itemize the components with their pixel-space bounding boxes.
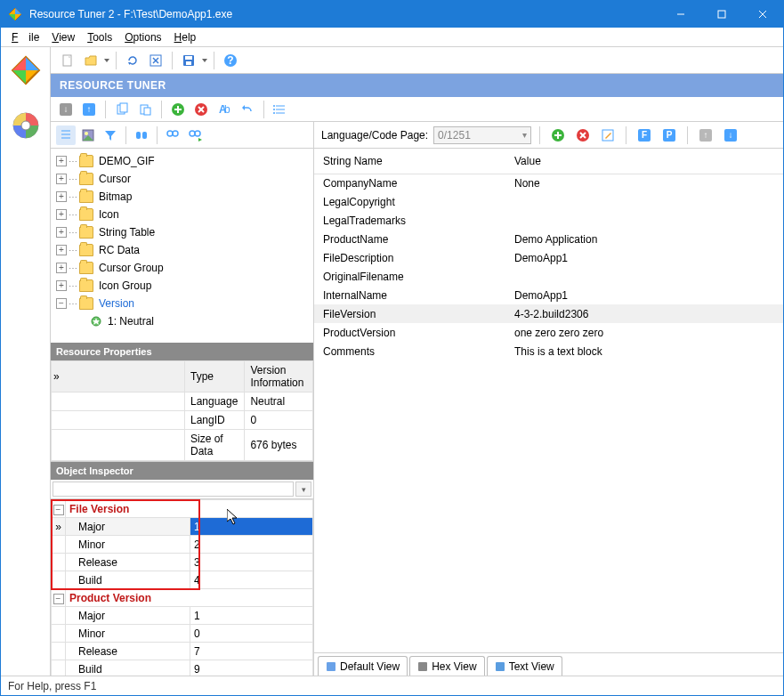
arrow-up-icon[interactable]: ↑ bbox=[79, 100, 99, 119]
prop-row[interactable]: Size of Data676 bytes bbox=[52, 430, 313, 461]
menu-help[interactable]: Help bbox=[169, 29, 202, 45]
add-row-icon[interactable] bbox=[548, 125, 568, 145]
expand-icon[interactable]: + bbox=[56, 191, 67, 202]
tree-item-string-table[interactable]: +⋯String Table bbox=[53, 223, 311, 241]
undo-icon[interactable] bbox=[238, 100, 257, 119]
string-row[interactable]: ProductNameDemo Application bbox=[314, 230, 783, 248]
tab-text-view[interactable]: Text View bbox=[487, 656, 562, 676]
oi-row[interactable]: Release3 bbox=[52, 554, 313, 571]
tree-item-demo_gif[interactable]: +⋯DEMO_GIF bbox=[53, 152, 311, 170]
list-icon[interactable] bbox=[271, 100, 290, 119]
oi-row[interactable]: Build4 bbox=[52, 571, 313, 589]
expand-icon[interactable]: + bbox=[56, 156, 67, 166]
flag-p-icon[interactable]: P bbox=[659, 125, 679, 145]
prop-row[interactable]: LangID0 bbox=[52, 411, 313, 430]
refresh-icon[interactable] bbox=[123, 51, 142, 70]
prop-row[interactable]: LanguageNeutral bbox=[52, 393, 313, 411]
collapse-icon[interactable]: − bbox=[53, 505, 64, 515]
rename-icon[interactable]: Ab bbox=[214, 100, 234, 119]
expand-icon[interactable]: + bbox=[56, 227, 67, 238]
tree-item-cursor-group[interactable]: +⋯Cursor Group bbox=[53, 259, 311, 277]
tree-leaf[interactable]: 1: Neutral bbox=[53, 312, 311, 330]
menu-file[interactable]: File bbox=[6, 29, 44, 45]
col-stringname[interactable]: String Name bbox=[314, 149, 505, 174]
copy-icon[interactable] bbox=[112, 100, 132, 119]
collapse-icon[interactable]: − bbox=[53, 594, 64, 604]
string-row[interactable]: InternalNameDemoApp1 bbox=[314, 286, 783, 304]
minimize-button[interactable] bbox=[660, 1, 701, 28]
tab-hex-view[interactable]: Hex View bbox=[409, 656, 484, 676]
expand-icon[interactable]: + bbox=[56, 174, 67, 184]
menu-view[interactable]: View bbox=[46, 29, 80, 45]
expand-icon[interactable]: − bbox=[56, 298, 67, 309]
close-file-icon[interactable] bbox=[146, 51, 166, 70]
expand-icon[interactable]: + bbox=[56, 280, 67, 291]
resource-tree[interactable]: +⋯DEMO_GIF+⋯Cursor+⋯Bitmap+⋯Icon+⋯String… bbox=[51, 149, 313, 343]
langcode-combo[interactable]: 0/1251 bbox=[433, 126, 531, 144]
new-file-icon[interactable] bbox=[58, 51, 77, 70]
arrow-down-icon[interactable]: ↓ bbox=[56, 100, 76, 119]
dropdown-arrow-icon[interactable] bbox=[104, 53, 109, 68]
tab-default-view[interactable]: Default View bbox=[318, 656, 408, 676]
tree-toolbar bbox=[51, 122, 313, 149]
folder-icon bbox=[79, 190, 93, 203]
save-dropdown-icon[interactable] bbox=[202, 53, 207, 68]
oi-row[interactable]: Minor2 bbox=[52, 536, 313, 554]
menubar: File View Tools Options Help bbox=[1, 28, 783, 47]
oi-row[interactable]: Build9 bbox=[52, 660, 313, 676]
moveup-icon[interactable]: ↑ bbox=[696, 125, 715, 145]
string-row[interactable]: CompanyNameNone bbox=[314, 174, 783, 192]
open-folder-icon[interactable] bbox=[81, 51, 101, 70]
expand-icon[interactable]: + bbox=[56, 209, 67, 220]
tree-item-version[interactable]: −⋯Version bbox=[53, 295, 311, 312]
string-row[interactable]: LegalTrademarks bbox=[314, 211, 783, 230]
string-row[interactable]: FileVersion4-3-2.build2306 bbox=[314, 304, 783, 323]
oi-row[interactable]: »Major1 bbox=[52, 518, 313, 536]
string-table[interactable]: String NameValue CompanyNameNoneLegalCop… bbox=[314, 149, 783, 652]
tree-item-cursor[interactable]: +⋯Cursor bbox=[53, 170, 311, 188]
folder-icon bbox=[79, 244, 93, 256]
maximize-button[interactable] bbox=[701, 1, 742, 28]
paste-icon[interactable] bbox=[135, 100, 155, 119]
oi-row[interactable]: Major1 bbox=[52, 607, 313, 625]
add-icon[interactable] bbox=[168, 100, 188, 119]
toggle-icon[interactable] bbox=[132, 125, 151, 145]
expand-icon[interactable]: + bbox=[56, 245, 67, 255]
help-icon[interactable]: ? bbox=[221, 51, 240, 70]
resource-wheel-icon[interactable] bbox=[8, 108, 44, 143]
string-row[interactable]: CommentsThis is a text block bbox=[314, 342, 783, 360]
delete-row-icon[interactable] bbox=[573, 125, 593, 145]
flag-f-icon[interactable]: F bbox=[634, 125, 654, 145]
prop-row[interactable]: »TypeVersion Information bbox=[52, 361, 313, 393]
object-inspector-search[interactable] bbox=[53, 482, 294, 497]
object-inspector-dropdown[interactable]: ▾ bbox=[295, 482, 311, 497]
string-row[interactable]: FileDescriptionDemoApp1 bbox=[314, 248, 783, 267]
tree-view-icon[interactable] bbox=[56, 125, 76, 145]
string-row[interactable]: ProductVersionone zero zero zero bbox=[314, 323, 783, 342]
tree-item-bitmap[interactable]: +⋯Bitmap bbox=[53, 188, 311, 206]
col-value[interactable]: Value bbox=[505, 149, 783, 174]
filter-icon[interactable] bbox=[101, 125, 120, 145]
movedown-icon[interactable]: ↓ bbox=[721, 125, 740, 145]
menu-options[interactable]: Options bbox=[119, 29, 166, 45]
save-icon[interactable] bbox=[179, 51, 198, 70]
tree-item-icon[interactable]: +⋯Icon bbox=[53, 206, 311, 223]
find-icon[interactable] bbox=[163, 125, 182, 145]
oi-row[interactable]: Minor0 bbox=[52, 625, 313, 643]
edit-row-icon[interactable] bbox=[598, 125, 618, 145]
menu-tools[interactable]: Tools bbox=[82, 29, 117, 45]
expand-icon[interactable]: + bbox=[56, 263, 67, 273]
oi-group[interactable]: −File Version bbox=[52, 500, 313, 518]
tree-item-rc-data[interactable]: +⋯RC Data bbox=[53, 241, 311, 259]
string-row[interactable]: OriginalFilename bbox=[314, 267, 783, 286]
image-view-icon[interactable] bbox=[78, 125, 98, 145]
tree-item-icon-group[interactable]: +⋯Icon Group bbox=[53, 277, 311, 295]
find-next-icon[interactable] bbox=[185, 125, 205, 145]
delete-icon[interactable] bbox=[191, 100, 211, 119]
app-bigicon[interactable] bbox=[8, 53, 44, 88]
oi-group[interactable]: −Product Version bbox=[52, 589, 313, 607]
oi-row[interactable]: Release7 bbox=[52, 643, 313, 660]
object-inspector-grid[interactable]: −File Version»Major1Minor2Release3Build4… bbox=[51, 499, 313, 676]
close-button[interactable] bbox=[742, 1, 783, 28]
string-row[interactable]: LegalCopyright bbox=[314, 192, 783, 211]
